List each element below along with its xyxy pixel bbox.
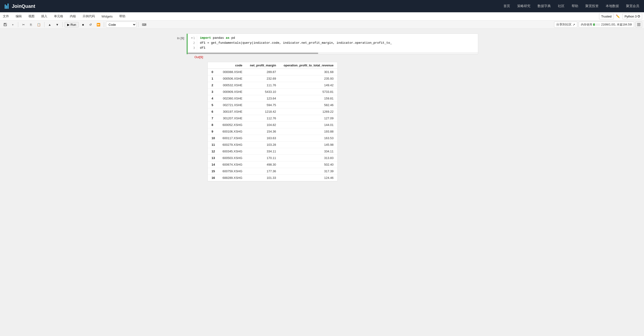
cell-code: 000506.XSHE (218, 75, 246, 82)
table-row: 9 600106.XSHG 154.36 193.88 (208, 128, 338, 135)
cell-npm: 112.76 (246, 115, 280, 122)
share-icon: ↗ (572, 23, 575, 26)
code-cell-box[interactable]: ▼ 1 2 3 import pandas as pd df1 = get_fu… (187, 33, 478, 54)
menu-examples[interactable]: 示例代码 (82, 14, 96, 19)
nav-strategy[interactable]: 策略研究 (517, 4, 530, 8)
memory-fill (593, 23, 595, 26)
toolbar-separator-1 (18, 22, 18, 27)
cell-opttrev: 1269.22 (280, 108, 338, 115)
cell-opttrev: 145.98 (280, 142, 338, 148)
nav-community[interactable]: 社区 (558, 4, 564, 8)
code-text[interactable]: import pandas as pd df1 = get_fundamenta… (197, 36, 395, 50)
cell-code: 600052.XSHG (218, 122, 246, 128)
nav-invest[interactable]: 聚宽投资 (585, 4, 598, 8)
line-numbers: ▼ 1 2 3 (188, 36, 197, 50)
trusted-badge: Trusted (599, 13, 614, 19)
cell-index: 2 (208, 82, 218, 89)
notebook-area: In [9]: ▼ 1 2 3 import pandas as pd df (0, 29, 644, 336)
cell-opttrev: 159.81 (280, 95, 338, 102)
copy-button[interactable]: ⎘ (28, 21, 34, 28)
cell-index: 11 (208, 142, 218, 148)
cell-opttrev: 193.88 (280, 128, 338, 135)
output-area: Out[9]: code net_profit_margin (187, 53, 478, 181)
cell-opttrev: 163.53 (280, 135, 338, 142)
table-row: 12 600345.XSHG 334.11 334.11 (208, 148, 338, 155)
toolbar-separator-2 (44, 22, 44, 27)
nav-help[interactable]: 帮助 (572, 4, 578, 8)
nav-local-data[interactable]: 本地数据 (606, 4, 619, 8)
svg-rect-8 (637, 25, 640, 26)
cell-npm: 170.11 (246, 155, 280, 161)
cell-code: 301207.XSHE (218, 115, 246, 122)
save-button[interactable] (2, 21, 8, 28)
cell-opttrev: 127.09 (280, 115, 338, 122)
table-row: 15 600759.XSHG 177.36 317.39 (208, 168, 338, 175)
cut-button[interactable]: ✂ (20, 21, 27, 28)
col-header-opttrev: operation_profit_to_total_revenue (280, 62, 338, 69)
cell-index: 5 (208, 102, 218, 108)
table-row: 8 600052.XSHG 104.82 144.01 (208, 122, 338, 128)
nav-vip[interactable]: 聚宽会员 (626, 4, 639, 8)
stop-button[interactable]: ■ (80, 21, 86, 28)
menu-help[interactable]: 帮助 (118, 14, 126, 19)
logo[interactable]: JoinQuant (5, 3, 35, 9)
cell-npm: 1218.42 (246, 108, 280, 115)
cell-code: 002721.XSHE (218, 102, 246, 108)
table-body: 0 000088.XSHE 289.87 301.68 1 000506.XSH… (208, 69, 338, 181)
out-label-row: Out[9]: (187, 53, 478, 59)
run-button[interactable]: ▶ Run (64, 22, 79, 27)
menu-kernel[interactable]: 内核 (69, 14, 77, 19)
menu-edit[interactable]: 编辑 (15, 14, 23, 19)
cell-code: 300197.XSHE (218, 108, 246, 115)
menu-widgets[interactable]: Widgets (100, 14, 114, 19)
cell-index: 12 (208, 148, 218, 155)
cell-npm: 111.76 (246, 82, 280, 89)
cell-type-dropdown[interactable]: Code Markdown Raw NBConvert (106, 21, 136, 28)
cell-out-label: Out[9]: (194, 55, 204, 59)
cell-npm: 5433.10 (246, 89, 280, 95)
col-header-code: code (218, 62, 246, 69)
line-2-num: 2 (190, 41, 195, 46)
edit-icon-button[interactable]: ✏️ (615, 14, 621, 19)
paste-button[interactable]: 📋 (35, 21, 42, 28)
svg-rect-0 (5, 4, 6, 9)
list-view-button[interactable] (636, 21, 642, 28)
menu-cell[interactable]: 单元格 (53, 14, 64, 19)
cell-index: 1 (208, 75, 218, 82)
cell-index: 15 (208, 168, 218, 175)
cell-index: 4 (208, 95, 218, 102)
cell-npm: 177.36 (246, 168, 280, 175)
cell-container: In [9]: ▼ 1 2 3 import pandas as pd df (156, 33, 488, 181)
svg-rect-2 (8, 3, 8, 9)
code-area: ▼ 1 2 3 import pandas as pd df1 = get_fu… (188, 34, 478, 52)
nav-home[interactable]: 首页 (504, 4, 510, 8)
cell-npm: 334.11 (246, 148, 280, 155)
cell-code: 000532.XSHE (218, 82, 246, 89)
keyboard-button[interactable]: ⌨ (140, 21, 148, 28)
add-cell-button[interactable]: + (10, 21, 16, 28)
fast-forward-button[interactable]: ⏩ (95, 21, 102, 28)
trusted-area: Trusted ✏️ (599, 13, 621, 19)
menu-file[interactable]: 文件 (2, 14, 10, 19)
memory-value: 216M/1.0G, 本篇184.59I (601, 23, 632, 27)
share-button[interactable]: 分享到社区 ↗ (554, 21, 577, 28)
table-row: 4 002360.XSHE 123.64 159.81 (208, 95, 338, 102)
python-badge: Python 3 (622, 13, 642, 19)
menu-view[interactable]: 视图 (28, 14, 36, 19)
menu-insert[interactable]: 插入 (40, 14, 48, 19)
nav-data-dict[interactable]: 数据字典 (538, 4, 551, 8)
move-up-button[interactable]: ▲ (46, 21, 53, 28)
restart-button[interactable]: ↺ (87, 21, 94, 28)
cell-index: 10 (208, 135, 218, 142)
toolbar-separator-4 (104, 22, 104, 27)
cell-index: 14 (208, 161, 218, 168)
col-header-index (208, 62, 218, 69)
cell-code: 600106.XSHG (218, 128, 246, 135)
nav-links: 首页 策略研究 数据字典 社区 帮助 聚宽投资 本地数据 聚宽会员 (504, 4, 639, 8)
out-label-area: Out[9]: (187, 53, 206, 59)
line-3-num: 3 (190, 46, 195, 51)
cell-opttrev: 5733.81 (280, 89, 338, 95)
move-down-button[interactable]: ▼ (54, 21, 60, 28)
table-row: 2 000532.XSHE 111.76 149.42 (208, 82, 338, 89)
top-navigation: JoinQuant 首页 策略研究 数据字典 社区 帮助 聚宽投资 本地数据 聚… (0, 0, 644, 12)
